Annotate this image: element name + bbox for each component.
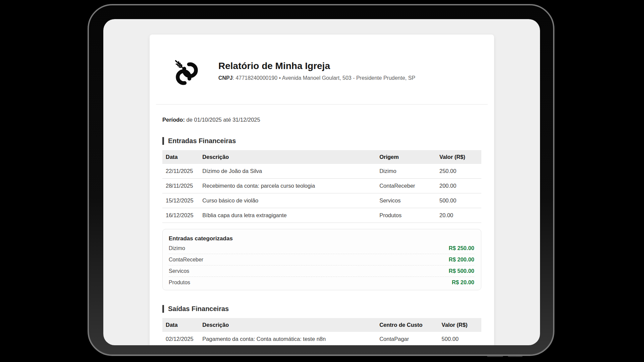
saidas-header-row: Data Descrição Centro de Custo Valor (R$… bbox=[162, 318, 481, 332]
row-date: 22/11/2025 bbox=[162, 164, 199, 179]
saidas-table: Data Descrição Centro de Custo Valor (R$… bbox=[162, 318, 481, 345]
row-cost-center: ContaPagar bbox=[376, 332, 438, 345]
row-origin: Servicos bbox=[376, 193, 436, 208]
row-value: 200.00 bbox=[436, 179, 481, 193]
col-origem: Origem bbox=[376, 150, 436, 164]
col-centro-de-custo: Centro de Custo bbox=[376, 318, 438, 332]
category-value: R$ 20.00 bbox=[452, 279, 474, 286]
church-logo-icon bbox=[172, 56, 200, 86]
row-date: 16/12/2025 bbox=[162, 208, 199, 223]
category-label: Produtos bbox=[169, 280, 190, 286]
entradas-header-row: Data Descrição Origem Valor (R$) bbox=[162, 150, 481, 164]
header-divider bbox=[156, 104, 488, 105]
tablet-frame: Relatório de Minha Igreja CNPJ: 47718240… bbox=[88, 4, 554, 356]
report-header: Relatório de Minha Igreja CNPJ: 47718240… bbox=[162, 56, 481, 86]
row-origin: Produtos bbox=[376, 208, 436, 223]
table-row: 28/11/2025 Recebimento da conta: parcela… bbox=[162, 179, 481, 193]
row-description: Dízimo de João da Silva bbox=[199, 164, 376, 179]
table-row: 02/12/2025 Pagamento da conta: Conta aut… bbox=[162, 332, 481, 345]
cnpj-line: CNPJ: 47718240000190 • Avenida Manoel Go… bbox=[218, 75, 415, 81]
table-row: 22/11/2025 Dízimo de João da Silva Dizim… bbox=[162, 164, 481, 179]
row-origin: Dizimo bbox=[376, 164, 436, 179]
col-valor: Valor (R$) bbox=[436, 150, 481, 164]
report-document: Relatório de Minha Igreja CNPJ: 47718240… bbox=[150, 35, 494, 345]
row-origin: ContaReceber bbox=[376, 179, 436, 193]
period-value: de 01/10/2025 até 31/12/2025 bbox=[186, 117, 260, 123]
row-value: 500.00 bbox=[436, 193, 481, 208]
row-description: Recebimento da conta: parcela curso teol… bbox=[199, 179, 376, 193]
category-label: Servicos bbox=[169, 268, 189, 274]
row-value: 500.00 bbox=[438, 332, 481, 345]
section-entradas-heading: Entradas Financeiras bbox=[162, 137, 481, 145]
row-description: Curso básico de violão bbox=[199, 193, 376, 208]
tablet-screen: Relatório de Minha Igreja CNPJ: 47718240… bbox=[103, 19, 540, 345]
cnpj-label: CNPJ bbox=[218, 75, 233, 81]
category-row: Produtos R$ 20.00 bbox=[169, 277, 474, 288]
row-date: 02/12/2025 bbox=[162, 332, 199, 345]
entradas-categorizadas-box: Entradas categorizadas Dizimo R$ 250.00 … bbox=[162, 229, 481, 290]
row-description: Pagamento da conta: Conta automática: te… bbox=[199, 332, 376, 345]
row-description: Bíblia capa dura letra extragigante bbox=[199, 208, 376, 223]
period-line: Período: de 01/10/2025 até 31/12/2025 bbox=[162, 117, 481, 123]
page-title: Relatório de Minha Igreja bbox=[218, 61, 415, 71]
col-descricao: Descrição bbox=[199, 318, 376, 332]
table-row: 15/12/2025 Curso básico de violão Servic… bbox=[162, 193, 481, 208]
period-label: Período: bbox=[162, 117, 185, 123]
category-value: R$ 200.00 bbox=[449, 256, 474, 263]
table-row: 16/12/2025 Bíblia capa dura letra extrag… bbox=[162, 208, 481, 223]
category-value: R$ 250.00 bbox=[449, 245, 474, 251]
categorizadas-heading: Entradas categorizadas bbox=[169, 235, 474, 242]
category-value: R$ 500.00 bbox=[449, 268, 474, 274]
row-value: 20.00 bbox=[436, 208, 481, 223]
cnpj-value: : 47718240000190 • Avenida Manoel Goular… bbox=[233, 75, 415, 81]
category-label: Dizimo bbox=[169, 245, 185, 251]
col-valor: Valor (R$) bbox=[438, 318, 481, 332]
row-date: 28/11/2025 bbox=[162, 179, 199, 193]
row-date: 15/12/2025 bbox=[162, 193, 199, 208]
col-data: Data bbox=[162, 150, 199, 164]
col-data: Data bbox=[162, 318, 199, 332]
category-row: Servicos R$ 500.00 bbox=[169, 265, 474, 277]
category-row: Dizimo R$ 250.00 bbox=[169, 243, 474, 254]
header-text-block: Relatório de Minha Igreja CNPJ: 47718240… bbox=[218, 61, 415, 81]
category-row: ContaReceber R$ 200.00 bbox=[169, 254, 474, 265]
category-label: ContaReceber bbox=[169, 257, 203, 263]
entradas-table: Data Descrição Origem Valor (R$) 22/11/2… bbox=[162, 150, 481, 223]
col-descricao: Descrição bbox=[199, 150, 376, 164]
row-value: 250.00 bbox=[436, 164, 481, 179]
section-saidas-heading: Saídas Financeiras bbox=[162, 305, 481, 313]
